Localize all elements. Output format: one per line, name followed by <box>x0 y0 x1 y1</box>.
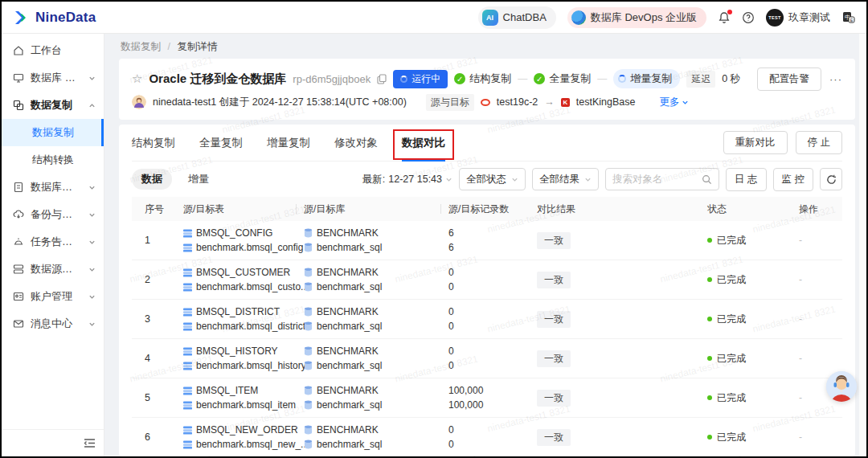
monitor-button[interactable]: 监 控 <box>773 168 813 191</box>
arrow-right-icon: → <box>544 96 555 108</box>
target-db-name: benchmark_sql <box>317 281 382 292</box>
source-record-count: 0 <box>448 265 537 280</box>
table-icon <box>183 347 192 356</box>
collapse-sidebar-icon[interactable] <box>84 438 96 448</box>
tab-data-compare[interactable]: 数据对比 <box>402 125 445 162</box>
globe-icon <box>571 10 586 25</box>
support-avatar[interactable] <box>826 371 857 402</box>
table-row[interactable]: 1 BMSQL_CONFIG benchmark.bmsql_config BE… <box>132 221 842 260</box>
row-operation: - <box>799 235 844 246</box>
table-icon <box>183 268 192 277</box>
top-bar: NineData AI ChatDBA 数据库 DevOps 企业版 TEST … <box>2 2 866 34</box>
result-filter-select[interactable]: 全部结果 <box>532 168 599 190</box>
more-actions-icon[interactable]: ··· <box>829 73 842 85</box>
language-switch-icon[interactable]: 中E <box>841 10 855 24</box>
filter-bar: 数据 增量 最新: 12-27 15:43 全部状态 全 <box>132 162 842 197</box>
sidebar: 工作台 数据库 DevOps 数据复制 数据复制 结构转换 <box>2 34 104 456</box>
source-db-name: BENCHMARK <box>317 424 379 436</box>
sidebar-item-message-center[interactable]: 消息中心 <box>2 310 104 337</box>
source-db-name: BENCHMARK <box>317 227 379 239</box>
table-row[interactable]: 2 BMSQL_CUSTOMER benchmark.bmsql_custo..… <box>132 260 842 299</box>
user-avatar: TEST <box>766 9 784 27</box>
target-db-name: benchmark_sql <box>317 439 382 450</box>
search-icon[interactable] <box>702 174 712 185</box>
log-button[interactable]: 日 志 <box>726 168 766 191</box>
target-table-name: benchmark.bmsql_item <box>196 399 296 411</box>
compare-result-badge: 一致 <box>537 350 571 367</box>
stop-button[interactable]: 停 止 <box>796 131 842 154</box>
table-body: 1 BMSQL_CONFIG benchmark.bmsql_config BE… <box>132 221 842 458</box>
table-row[interactable]: 5 BMSQL_ITEM benchmark.bmsql_item BENCHM… <box>132 378 842 417</box>
table-row[interactable]: 4 BMSQL_HISTORY benchmark.bmsql_history … <box>132 338 842 378</box>
account-icon <box>13 291 24 302</box>
favorite-star-icon[interactable]: ☆ <box>132 72 142 86</box>
row-number: 1 <box>132 235 183 246</box>
ninedata-logo[interactable]: NineData <box>13 10 96 26</box>
devops-icon <box>13 72 24 84</box>
latest-time-dropdown[interactable]: 最新: 12-27 15:43 <box>362 173 452 186</box>
refresh-icon[interactable] <box>820 168 842 190</box>
table-icon <box>183 308 192 317</box>
tab-structure-replication[interactable]: 结构复制 <box>132 125 175 162</box>
main-content: 数据复制 / 复制详情 ☆ Oracle 迁移到金仓数据库 rp-d6m5gjj… <box>104 34 866 456</box>
chevron-down-icon <box>88 184 96 191</box>
recompare-button[interactable]: 重新对比 <box>723 131 788 154</box>
edition-button[interactable]: 数据库 DevOps 企业版 <box>567 7 706 28</box>
status-dot <box>707 356 712 361</box>
table-icon <box>183 440 192 449</box>
task-id: rp-d6m5gjjqboek <box>293 73 371 85</box>
row-operation: - <box>799 353 844 364</box>
database-icon <box>304 440 313 449</box>
notification-bell-icon[interactable] <box>718 11 731 24</box>
chatdba-button[interactable]: AI ChatDBA <box>478 6 556 29</box>
tab-modify-objects[interactable]: 修改对象 <box>334 125 378 162</box>
table-row[interactable]: 3 BMSQL_DISTRICT benchmark.bmsql_distric… <box>132 299 842 338</box>
sidebar-subitem-data-replication[interactable]: 数据复制 <box>2 119 104 146</box>
copy-icon[interactable] <box>377 74 387 84</box>
sidebar-item-account[interactable]: 账户管理 <box>2 283 104 310</box>
compare-result-badge: 一致 <box>537 232 571 249</box>
breadcrumb-parent[interactable]: 数据复制 <box>121 41 161 52</box>
tab-incremental-replication[interactable]: 增量复制 <box>267 125 310 162</box>
target-table-name: benchmark.bmsql_district <box>196 321 305 332</box>
search-input[interactable] <box>612 174 702 185</box>
segment-data[interactable]: 数据 <box>132 169 172 190</box>
segment-incremental[interactable]: 增量 <box>178 169 219 190</box>
creator-avatar <box>132 95 146 109</box>
target-db-name: benchmark_sql <box>317 321 382 332</box>
source-record-count: 0 <box>448 305 537 319</box>
chevron-down-icon <box>88 239 96 246</box>
table-header: 序号 源/目标表 源/目标库 源/目标记录数 对比结果 状态 操作 <box>132 197 842 221</box>
scrollbar-track[interactable] <box>859 34 866 456</box>
source-table-name: BMSQL_NEW_ORDER <box>196 424 298 436</box>
breadcrumb-current: 复制详情 <box>177 41 217 52</box>
sidebar-item-task-alert[interactable]: 任务告警管理 <box>2 228 104 256</box>
sidebar-subitem-structure-transform[interactable]: 结构转换 <box>2 146 104 174</box>
database-icon <box>304 425 313 435</box>
replication-icon <box>13 100 24 111</box>
target-record-count: 6 <box>448 240 537 255</box>
user-menu[interactable]: TEST 玖章测试 <box>766 9 830 27</box>
svg-text:E: E <box>850 18 854 22</box>
backup-icon <box>13 209 24 220</box>
sidebar-item-backup-restore[interactable]: 备份与恢复 <box>2 201 104 228</box>
status-filter-select[interactable]: 全部状态 <box>459 168 526 190</box>
task-header-card: ☆ Oracle 迁移到金仓数据库 rp-d6m5gjjqboek 运行中 ✓ … <box>119 59 855 120</box>
sidebar-item-datasource[interactable]: 数据源管理 <box>2 256 104 283</box>
more-link[interactable]: 更多 <box>659 96 689 109</box>
sidebar-item-replication[interactable]: 数据复制 <box>2 92 104 119</box>
source-table-name: BMSQL_CONFIG <box>196 227 272 239</box>
sidebar-item-devops[interactable]: 数据库 DevOps <box>2 64 104 92</box>
database-icon <box>304 361 313 370</box>
sidebar-item-db-compare[interactable]: 数据库对比 <box>2 174 104 201</box>
tab-full-replication[interactable]: 全量复制 <box>199 125 243 162</box>
help-icon[interactable] <box>742 11 755 24</box>
status-dot <box>707 238 712 243</box>
sidebar-item-workbench[interactable]: 工作台 <box>2 37 104 64</box>
configure-alert-button[interactable]: 配置告警 <box>757 67 821 91</box>
source-datasource: test19c-2 <box>497 96 538 108</box>
table-row[interactable]: 6 BMSQL_NEW_ORDER benchmark.bmsql_new_..… <box>132 417 842 456</box>
step-full: ✓ 全量复制 <box>534 72 591 86</box>
compare-icon <box>13 182 24 193</box>
compare-result-badge: 一致 <box>537 429 571 446</box>
